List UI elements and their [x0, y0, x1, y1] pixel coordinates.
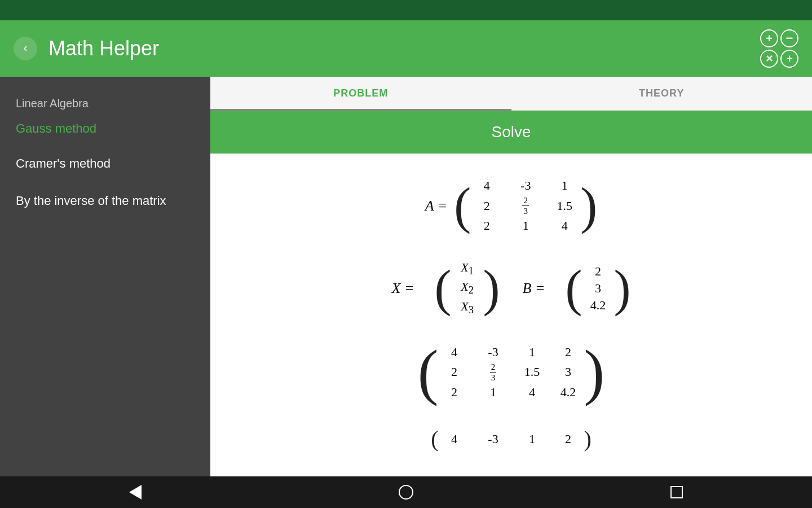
aug1-22: 4	[521, 385, 544, 400]
fraction-2-3-aug: 2 3	[490, 362, 497, 383]
bracket-left-x: (	[435, 263, 452, 314]
aug2-02: 1	[521, 432, 544, 446]
bottom-nav	[0, 476, 812, 508]
cell-b2: 4.2	[586, 298, 609, 313]
sidebar-item-gauss[interactable]: Gauss method	[0, 117, 210, 145]
back-triangle-icon	[129, 485, 142, 500]
sidebar-item-cramer[interactable]: Cramer's method	[0, 145, 210, 182]
aug1-23: 4.2	[557, 385, 580, 400]
cell-a-21: 1	[511, 218, 540, 233]
bracket-left-aug2: (	[431, 426, 438, 452]
tabs: PROBLEM THEORY	[210, 77, 812, 111]
home-circle-icon	[399, 485, 413, 500]
cross-circle-icon[interactable]: ✕	[760, 50, 778, 68]
recents-square-icon	[670, 486, 683, 498]
main-content: Linear Algebra Gauss method Cramer's met…	[0, 77, 812, 476]
cell-a-00: 4	[475, 178, 498, 193]
aug1-03: 2	[557, 345, 580, 360]
augmented-matrix-1-wrapper: ( 4 -3 1 2 2 2 3 1.5	[418, 341, 604, 403]
cell-a-11: 2 3	[511, 195, 540, 216]
minus-circle-icon[interactable]: −	[780, 29, 798, 47]
sidebar: Linear Algebra Gauss method Cramer's met…	[0, 77, 210, 476]
augmented-matrix-2-cells: 4 -3 1 2	[439, 430, 584, 449]
fraction-2-3: 2 3	[522, 195, 529, 216]
plus-circle-icon-2[interactable]: +	[780, 50, 798, 68]
bracket-right-a: )	[580, 181, 597, 231]
tab-theory[interactable]: THEORY	[511, 77, 813, 110]
augmented-matrix-2-wrapper: ( 4 -3 1 2 )	[431, 426, 592, 452]
back-button[interactable]	[14, 37, 37, 60]
bracket-right-aug1: )	[584, 341, 605, 403]
bracket-right-aug2: )	[584, 426, 592, 452]
aug1-02: 1	[521, 345, 544, 360]
aug1-21: 1	[479, 385, 508, 400]
cell-x2: X2	[456, 279, 479, 296]
cell-a-12: 1.5	[553, 199, 576, 213]
matrix-a-block: A = ( 4 -3 1 2 2 3 1.	[425, 176, 597, 235]
tab-problem[interactable]: PROBLEM	[210, 77, 511, 110]
aug2-03: 2	[557, 432, 580, 446]
cell-b0: 2	[586, 264, 609, 279]
header-icons: + − ✕ +	[760, 29, 798, 68]
aug2-01: -3	[479, 432, 508, 446]
bracket-left-aug1: (	[418, 341, 439, 403]
cell-a-10: 2	[475, 199, 498, 213]
cell-x1: X1	[456, 260, 479, 277]
nav-home-button[interactable]	[392, 479, 420, 506]
vector-x-wrapper: ( X1 X2 X3 )	[435, 258, 500, 318]
vector-b-wrapper: ( 2 3 4.2 )	[565, 262, 630, 315]
bracket-left-a: (	[454, 181, 471, 231]
augmented-matrix-2-block: ( 4 -3 1 2 )	[431, 426, 592, 452]
right-panel: PROBLEM THEORY Solve A = ( 4 -3	[210, 77, 812, 476]
cell-a-01: -3	[511, 178, 540, 193]
nav-recents-button[interactable]	[663, 479, 690, 506]
augmented-matrix-1-block: ( 4 -3 1 2 2 2 3 1.5	[418, 341, 604, 403]
aug1-11: 2 3	[479, 362, 508, 383]
tabs-container: PROBLEM THEORY	[210, 77, 812, 111]
bracket-right-b: )	[614, 263, 630, 314]
header-left: Math Helper	[14, 37, 159, 60]
matrix-a-wrapper: ( 4 -3 1 2 2 3 1.5 2	[454, 176, 597, 235]
solve-section[interactable]: Solve	[210, 111, 812, 154]
cell-a-22: 4	[553, 218, 576, 233]
status-bar	[0, 0, 812, 20]
vector-b-label: B =	[523, 280, 545, 297]
aug1-00: 4	[443, 345, 466, 360]
matrix-a-label: A =	[425, 198, 447, 214]
vector-x-label: X =	[392, 280, 414, 297]
xb-block: X = ( X1 X2 X3 ) B = ( 2 3	[392, 258, 631, 318]
nav-back-button[interactable]	[122, 479, 149, 506]
app-title: Math Helper	[48, 37, 159, 60]
sidebar-category: Linear Algebra	[0, 90, 210, 117]
aug1-13: 3	[557, 365, 580, 379]
bracket-left-b: (	[565, 263, 582, 314]
cell-a-02: 1	[553, 178, 576, 193]
math-content: A = ( 4 -3 1 2 2 3 1.	[210, 154, 812, 476]
cell-x3: X3	[456, 299, 479, 316]
cell-b1: 3	[586, 281, 609, 296]
bracket-right-x: )	[483, 263, 500, 314]
app-header: Math Helper + − ✕ +	[0, 20, 812, 77]
aug1-01: -3	[479, 345, 508, 360]
matrix-a-cells: 4 -3 1 2 2 3 1.5 2 1 4	[471, 176, 580, 235]
vector-x-cells: X1 X2 X3	[452, 258, 483, 318]
solve-button-label: Solve	[491, 123, 531, 141]
aug1-20: 2	[443, 385, 466, 400]
plus-circle-icon[interactable]: +	[760, 29, 778, 47]
augmented-matrix-1-cells: 4 -3 1 2 2 2 3 1.5 3 2	[439, 343, 584, 402]
aug1-12: 1.5	[521, 365, 544, 379]
aug1-10: 2	[443, 365, 466, 379]
tab-underline	[210, 109, 511, 111]
sidebar-item-inverse[interactable]: By the inverse of the matrix	[0, 182, 210, 220]
aug2-00: 4	[443, 432, 466, 446]
vector-b-cells: 2 3 4.2	[582, 262, 614, 315]
cell-a-20: 2	[475, 218, 498, 233]
